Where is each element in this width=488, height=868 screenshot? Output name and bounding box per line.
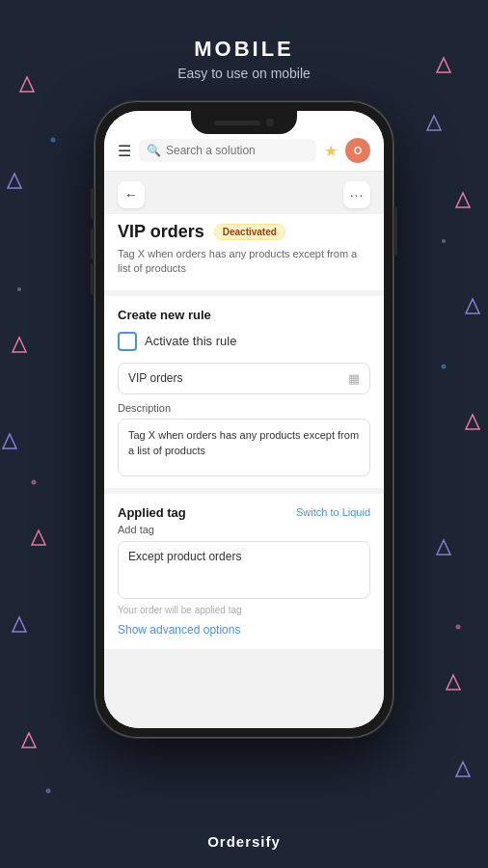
file-icon: ▦ — [348, 371, 360, 386]
svg-point-18 — [456, 625, 461, 630]
activate-label: Activate this rule — [145, 334, 236, 348]
rule-name-value: VIP orders — [128, 371, 348, 385]
svg-point-20 — [442, 239, 446, 243]
app-footer-text: Ordersify — [207, 833, 281, 850]
notch-speaker — [214, 121, 260, 125]
applied-tag-section: Applied tag Switch to Liquid Add tag Exc… — [104, 494, 384, 649]
description-field[interactable]: Tag X when orders has any products excep… — [118, 419, 370, 476]
svg-point-15 — [51, 138, 56, 143]
switch-liquid-button[interactable]: Switch to Liquid — [296, 506, 370, 518]
create-rule-section: Create new rule Activate this rule VIP o… — [104, 296, 384, 488]
description-value: Tag X when orders has any products excep… — [128, 427, 360, 459]
avatar[interactable]: O — [345, 138, 370, 163]
search-input[interactable] — [166, 144, 309, 157]
svg-marker-8 — [427, 116, 441, 130]
page-header: MOBILE Easy to use on mobile — [0, 0, 488, 81]
svg-point-17 — [32, 480, 37, 485]
svg-marker-5 — [32, 530, 45, 545]
svg-marker-7 — [22, 733, 36, 747]
rule-title: VIP orders — [118, 222, 204, 242]
page-title: MOBILE — [0, 37, 488, 62]
activate-checkbox[interactable] — [118, 332, 137, 351]
hamburger-icon[interactable]: ☰ — [118, 142, 131, 160]
phone-frame: ☰ 🔍 ★ O ← ··· — [95, 101, 393, 738]
svg-point-21 — [17, 287, 21, 291]
svg-marker-12 — [437, 540, 450, 555]
phone-screen: ☰ 🔍 ★ O ← ··· — [104, 111, 384, 728]
title-section: VIP orders Deactivated Tag X when orders… — [104, 214, 384, 290]
show-advanced-button[interactable]: Show advanced options — [118, 623, 240, 637]
create-rule-title: Create new rule — [118, 308, 370, 322]
add-tag-label: Add tag — [118, 524, 370, 535]
favorites-icon[interactable]: ★ — [324, 142, 338, 160]
status-badge: Deactivated — [214, 224, 285, 240]
svg-marker-3 — [13, 338, 26, 352]
tag-input-value: Except product orders — [128, 550, 360, 563]
svg-marker-9 — [8, 174, 21, 188]
svg-marker-4 — [466, 415, 479, 429]
search-bar[interactable]: 🔍 — [139, 139, 316, 162]
rule-description: Tag X when orders has any products excep… — [118, 247, 370, 277]
more-icon: ··· — [350, 187, 365, 203]
tag-section-header: Applied tag Switch to Liquid — [118, 505, 370, 520]
notch-camera — [266, 119, 274, 126]
svg-marker-14 — [456, 762, 470, 776]
title-row: VIP orders Deactivated — [118, 222, 370, 242]
description-label: Description — [118, 402, 370, 414]
svg-marker-11 — [3, 434, 16, 448]
search-icon: 🔍 — [147, 144, 161, 157]
tag-hint: Your order will be applied tag — [118, 605, 370, 615]
back-icon: ← — [124, 187, 138, 203]
phone-notch — [191, 111, 297, 134]
page-subtitle: Easy to use on mobile — [0, 66, 488, 81]
tag-input-field[interactable]: Except product orders — [118, 541, 370, 599]
more-button[interactable]: ··· — [343, 181, 370, 208]
back-button[interactable]: ← — [118, 181, 145, 208]
svg-marker-2 — [456, 193, 470, 207]
app-footer: Ordersify — [0, 833, 488, 851]
svg-point-19 — [46, 789, 51, 794]
svg-marker-10 — [466, 299, 479, 313]
back-header: ← ··· — [104, 172, 384, 214]
svg-point-16 — [442, 365, 447, 369]
activate-row: Activate this rule — [118, 332, 370, 351]
rule-name-field[interactable]: VIP orders ▦ — [118, 363, 370, 394]
phone-wrapper: ☰ 🔍 ★ O ← ··· — [95, 101, 393, 738]
applied-tag-title: Applied tag — [118, 505, 186, 520]
svg-marker-6 — [447, 675, 460, 690]
svg-marker-13 — [13, 617, 26, 632]
content-area: ← ··· VIP orders Deactivated Tag X when … — [104, 172, 384, 728]
